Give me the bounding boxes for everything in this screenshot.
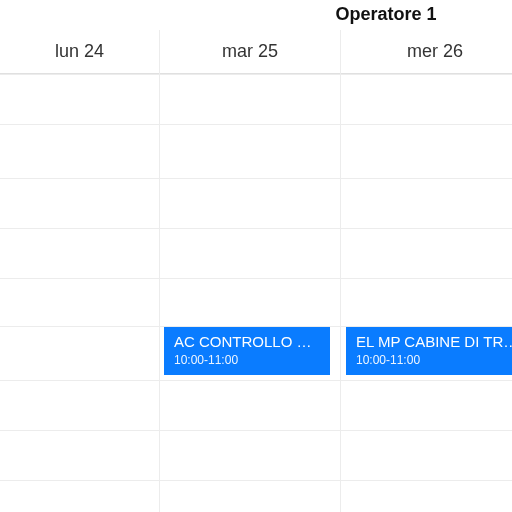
calendar-viewport: Operatore 1 lun 24 mar 25 mer 26 AC CONT… bbox=[0, 0, 512, 512]
day-column-1[interactable]: mar 25 bbox=[160, 30, 341, 512]
event-time: 10:00-11:00 bbox=[356, 353, 512, 368]
day-header[interactable]: mer 26 bbox=[341, 30, 512, 74]
calendar-grid: lun 24 mar 25 mer 26 AC CONTROLLO SETTI.… bbox=[0, 30, 512, 512]
event-time: 10:00-11:00 bbox=[174, 353, 320, 368]
calendar-event[interactable]: EL MP CABINE DI TRA... 10:00-11:00 bbox=[346, 327, 512, 375]
operator-title: Operatore 1 bbox=[0, 4, 512, 25]
day-column-0[interactable]: lun 24 bbox=[0, 30, 160, 512]
event-title: EL MP CABINE DI TRA... bbox=[356, 333, 512, 352]
day-header[interactable]: mar 25 bbox=[160, 30, 340, 74]
day-header[interactable]: lun 24 bbox=[0, 30, 159, 74]
calendar-event[interactable]: AC CONTROLLO SETTI... 10:00-11:00 bbox=[164, 327, 330, 375]
day-column-2[interactable]: mer 26 bbox=[341, 30, 512, 512]
event-title: AC CONTROLLO SETTI... bbox=[174, 333, 320, 352]
